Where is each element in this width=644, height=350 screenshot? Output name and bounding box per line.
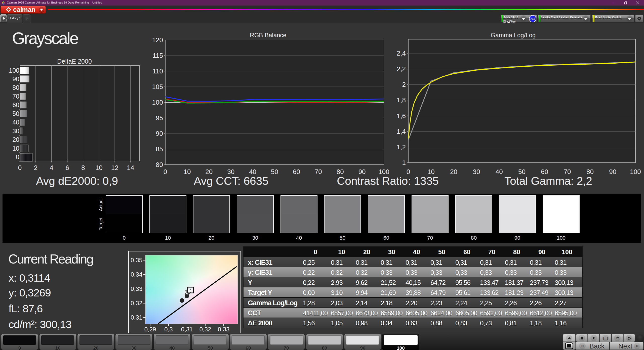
svg-text:0: 0 [164,168,167,176]
svg-text:Gamma Log/Log: Gamma Log/Log [491,32,536,38]
svg-text:10: 10 [12,145,19,152]
svg-text:2: 2 [402,81,406,88]
svg-text:100: 100 [9,67,19,74]
svg-text:70: 70 [315,168,322,176]
svg-text:2,4: 2,4 [397,50,406,57]
svg-text:0: 0 [18,164,22,171]
svg-text:30: 30 [473,168,480,176]
svg-text:DeltaE 2000: DeltaE 2000 [57,58,92,65]
svg-text:4: 4 [50,164,53,171]
svg-text:20: 20 [12,136,19,143]
svg-text:95: 95 [156,114,163,122]
svg-text:90: 90 [12,75,19,82]
svg-text:50: 50 [12,110,19,117]
svg-text:120: 120 [152,36,163,44]
svg-text:20: 20 [450,168,457,176]
svg-text:RGB Balance: RGB Balance [250,32,286,38]
svg-text:40: 40 [12,119,19,126]
svg-text:60: 60 [12,101,19,108]
svg-text:10: 10 [183,168,191,176]
svg-text:105: 105 [152,83,163,91]
svg-text:1,8: 1,8 [397,96,406,104]
svg-text:1: 1 [402,159,406,166]
svg-text:100: 100 [630,168,641,176]
svg-text:110: 110 [153,67,163,75]
svg-text:90: 90 [609,168,616,176]
svg-text:2: 2 [34,164,37,171]
svg-text:50: 50 [271,168,278,176]
svg-text:1,6: 1,6 [397,112,406,120]
svg-text:80: 80 [12,84,19,91]
svg-text:30: 30 [12,127,19,135]
svg-text:6: 6 [65,164,69,171]
svg-text:1,2: 1,2 [397,143,406,151]
svg-text:10: 10 [95,164,103,171]
svg-text:100: 100 [152,99,163,106]
svg-text:70: 70 [12,93,19,100]
svg-text:40: 40 [496,168,503,176]
svg-text:2,2: 2,2 [397,65,406,73]
svg-text:60: 60 [293,168,300,176]
svg-text:85: 85 [156,145,163,153]
svg-text:14: 14 [127,164,134,171]
svg-text:90: 90 [156,130,163,137]
svg-text:12: 12 [111,164,118,171]
svg-text:1,4: 1,4 [397,128,406,135]
svg-text:80: 80 [156,161,163,168]
svg-text:115: 115 [153,52,163,59]
svg-text:8: 8 [81,164,85,171]
svg-text:0: 0 [16,153,19,160]
